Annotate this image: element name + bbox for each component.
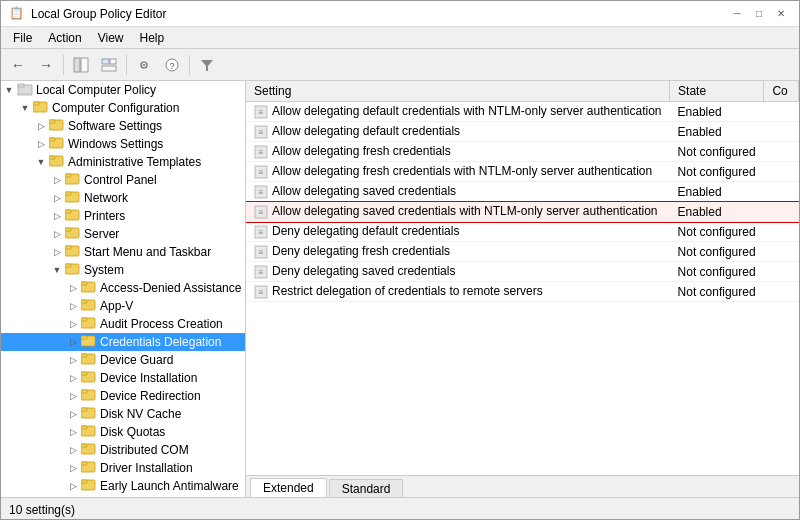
toolbar: ← → ? [1,49,799,81]
tab-extended[interactable]: Extended [250,478,327,497]
tree-item-windows-settings[interactable]: ▷Windows Settings [1,135,245,153]
toggle-button[interactable] [96,53,122,77]
tree-label-device-redirection: Device Redirection [100,389,201,403]
minimize-button[interactable]: ─ [727,6,747,22]
tree-item-distributed-com[interactable]: ▷Distributed COM [1,441,245,459]
table-row[interactable]: ≡Deny delegating fresh credentialsNot co… [246,242,799,262]
help-button[interactable]: ? [159,53,185,77]
tree-item-device-installation[interactable]: ▷Device Installation [1,369,245,387]
tree-item-access-denied[interactable]: ▷Access-Denied Assistance [1,279,245,297]
tree-item-enhanced-storage[interactable]: ▷Enhanced Storage Access [1,495,245,497]
folder-icon-device-installation [81,370,97,386]
tree-item-local-computer-policy[interactable]: ▼Local Computer Policy [1,81,245,99]
forward-button[interactable]: → [33,53,59,77]
folder-icon-driver-installation [81,460,97,476]
tree-item-disk-nv-cache[interactable]: ▷Disk NV Cache [1,405,245,423]
tree-expander-network[interactable]: ▷ [49,189,65,207]
tree-expander-enhanced-storage[interactable]: ▷ [65,495,81,497]
tree-label-early-launch: Early Launch Antimalware [100,479,239,493]
tree-item-early-launch[interactable]: ▷Early Launch Antimalware [1,477,245,495]
svg-text:≡: ≡ [259,108,264,117]
tree-expander-driver-installation[interactable]: ▷ [65,459,81,477]
tree-expander-app-v[interactable]: ▷ [65,297,81,315]
table-row[interactable]: ≡Allow delegating saved credentials with… [246,202,799,222]
menu-view[interactable]: View [90,29,132,47]
tree-item-credentials-delegation[interactable]: ▷Credentials Delegation [1,333,245,351]
state-cell: Not configured [670,262,764,282]
tree-item-driver-installation[interactable]: ▷Driver Installation [1,459,245,477]
tree-expander-distributed-com[interactable]: ▷ [65,441,81,459]
back-button[interactable]: ← [5,53,31,77]
tree-item-administrative-templates[interactable]: ▼Administrative Templates [1,153,245,171]
tree-item-server[interactable]: ▷Server [1,225,245,243]
tree-item-device-guard[interactable]: ▷Device Guard [1,351,245,369]
table-row[interactable]: ≡Deny delegating saved credentialsNot co… [246,262,799,282]
tree-item-computer-configuration[interactable]: ▼Computer Configuration [1,99,245,117]
tree-item-device-redirection[interactable]: ▷Device Redirection [1,387,245,405]
maximize-button[interactable]: □ [749,6,769,22]
tree-expander-credentials-delegation[interactable]: ▷ [65,333,81,351]
tree-item-system[interactable]: ▼System [1,261,245,279]
folder-icon-device-guard [81,352,97,368]
tree-expander-early-launch[interactable]: ▷ [65,477,81,495]
toolbar-separator-2 [126,55,127,75]
tree-expander-disk-quotas[interactable]: ▷ [65,423,81,441]
settings-table-container[interactable]: Setting State Co ≡Allow delegating defau… [246,81,799,475]
tree-expander-windows-settings[interactable]: ▷ [33,135,49,153]
tree-item-control-panel[interactable]: ▷Control Panel [1,171,245,189]
tree-expander-control-panel[interactable]: ▷ [49,171,65,189]
tree-item-start-menu-taskbar[interactable]: ▷Start Menu and Taskbar [1,243,245,261]
svg-text:≡: ≡ [259,228,264,237]
tree-expander-server[interactable]: ▷ [49,225,65,243]
close-button[interactable]: ✕ [771,6,791,22]
table-row[interactable]: ≡Deny delegating default credentialsNot … [246,222,799,242]
tree-item-disk-quotas[interactable]: ▷Disk Quotas [1,423,245,441]
tab-standard[interactable]: Standard [329,479,404,497]
tree-item-app-v[interactable]: ▷App-V [1,297,245,315]
folder-icon-credentials-delegation [81,334,97,350]
settings-button[interactable] [131,53,157,77]
tree-expander-administrative-templates[interactable]: ▼ [33,153,49,171]
table-row[interactable]: ≡Allow delegating default credentials wi… [246,102,799,122]
tree-expander-printers[interactable]: ▷ [49,207,65,225]
tree-expander-device-guard[interactable]: ▷ [65,351,81,369]
tree-expander-device-redirection[interactable]: ▷ [65,387,81,405]
tree-expander-device-installation[interactable]: ▷ [65,369,81,387]
show-hide-button[interactable] [68,53,94,77]
filter-button[interactable] [194,53,220,77]
tree-label-device-installation: Device Installation [100,371,197,385]
left-panel[interactable]: ▼Local Computer Policy▼Computer Configur… [1,81,246,497]
menu-help[interactable]: Help [132,29,173,47]
table-row[interactable]: ≡Allow delegating default credentialsEna… [246,122,799,142]
tree-item-software-settings[interactable]: ▷Software Settings [1,117,245,135]
tree-expander-disk-nv-cache[interactable]: ▷ [65,405,81,423]
tree-expander-computer-configuration[interactable]: ▼ [17,99,33,117]
svg-rect-13 [33,102,39,105]
tree-label-distributed-com: Distributed COM [100,443,189,457]
folder-icon-network [65,190,81,206]
tree-item-audit-process[interactable]: ▷Audit Process Creation [1,315,245,333]
right-panel: Setting State Co ≡Allow delegating defau… [246,81,799,497]
svg-rect-31 [65,264,71,267]
tree-item-network[interactable]: ▷Network [1,189,245,207]
tree-expander-system[interactable]: ▼ [49,261,65,279]
menu-action[interactable]: Action [40,29,89,47]
table-row[interactable]: ≡Allow delegating fresh credentialsNot c… [246,142,799,162]
table-row[interactable]: ≡Allow delegating fresh credentials with… [246,162,799,182]
svg-rect-4 [102,66,116,71]
folder-icon-distributed-com [81,442,97,458]
tree-expander-start-menu-taskbar[interactable]: ▷ [49,243,65,261]
tree-item-printers[interactable]: ▷Printers [1,207,245,225]
svg-text:≡: ≡ [259,128,264,137]
table-row[interactable]: ≡Allow delegating saved credentialsEnabl… [246,182,799,202]
svg-rect-51 [81,444,87,447]
tree-expander-access-denied[interactable]: ▷ [65,279,81,297]
tree-label-windows-settings: Windows Settings [68,137,163,151]
table-row[interactable]: ≡Restrict delegation of credentials to r… [246,282,799,302]
tree-expander-software-settings[interactable]: ▷ [33,117,49,135]
tree-label-computer-configuration: Computer Configuration [52,101,179,115]
tree-expander-local-computer-policy[interactable]: ▼ [1,81,17,99]
folder-icon-printers [65,208,81,224]
tree-expander-audit-process[interactable]: ▷ [65,315,81,333]
menu-file[interactable]: File [5,29,40,47]
